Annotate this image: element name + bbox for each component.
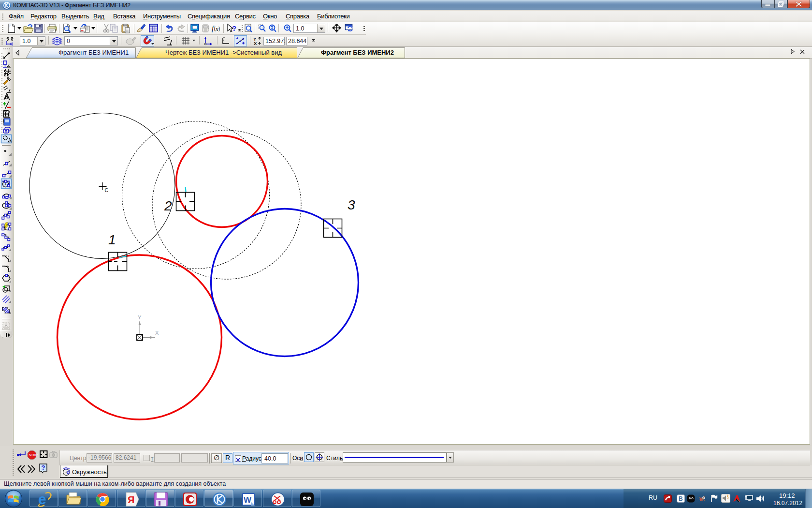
svg-text:?: ? [42,464,45,471]
svg-text:x: x [215,25,218,32]
svg-text:): ) [218,26,220,31]
svg-text:X: X [254,41,257,46]
svg-text:?: ? [232,24,236,32]
svg-text:Чертеж БЕЗ ИМЕНИ1 ->Системный: Чертеж БЕЗ ИМЕНИ1 ->Системный вид [165,49,282,56]
svg-text:С: С [105,187,109,193]
svg-text:X: X [155,330,159,336]
svg-text:W: W [244,495,252,505]
svg-text:Фрагмент БЕЗ ИМЕНИ2: Фрагмент БЕЗ ИМЕНИ2 [321,49,394,56]
svg-text:2: 2 [164,198,172,213]
svg-text:Фрагмент БЕЗ ИМЕНИ1: Фрагмент БЕЗ ИМЕНИ1 [58,49,129,56]
svg-text:1: 1 [108,232,116,247]
svg-text:B: B [679,495,683,502]
svg-text:3: 3 [348,197,355,212]
svg-text:STOP: STOP [29,453,38,457]
svg-text:Я: Я [128,494,134,505]
svg-text:Y: Y [138,314,142,320]
